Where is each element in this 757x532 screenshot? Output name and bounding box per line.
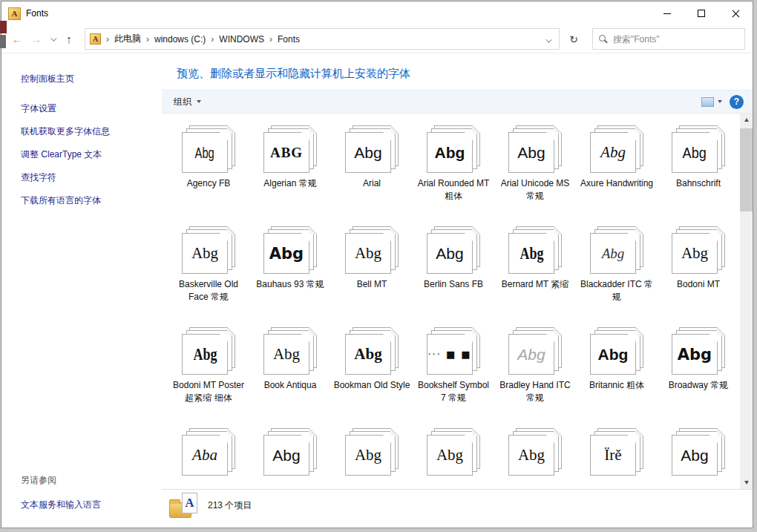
font-file-icon: Abg: [345, 327, 399, 375]
font-item[interactable]: Abg Bodoni MT Poster 超紧缩 细体: [168, 327, 249, 406]
font-file-icon: Abg: [263, 428, 317, 476]
page-fold-icon: [717, 226, 725, 234]
minimize-button[interactable]: [650, 1, 684, 25]
font-item[interactable]: Abg Axure Handwriting: [576, 125, 658, 204]
font-item[interactable]: Abg: [331, 428, 413, 489]
main-panel: 预览、删除或者显示和隐藏计算机上安装的字体 组织 ?: [162, 53, 753, 528]
breadcrumb-drive-c[interactable]: windows (C:): [154, 34, 206, 45]
back-button[interactable]: ←: [7, 29, 27, 50]
window-content: 控制面板主页 字体设置 联机获取更多字体信息 调整 ClearType 文本 查…: [1, 53, 753, 528]
breadcrumb-separator[interactable]: ›: [264, 34, 278, 45]
page-front: Abg: [263, 233, 309, 274]
search-input[interactable]: [613, 34, 738, 45]
font-file-icon: Ïrě: [590, 428, 643, 476]
sidebar-item-control-panel-home[interactable]: 控制面板主页: [21, 73, 162, 85]
font-item[interactable]: Abg Arial: [331, 125, 413, 204]
font-item[interactable]: Abg Bodoni MT: [658, 226, 739, 305]
font-item[interactable]: Abg Bahnschrift: [658, 125, 739, 204]
breadcrumb-separator[interactable]: ›: [141, 34, 154, 45]
font-item[interactable]: Ïrě: [576, 428, 658, 489]
sidebar-item-find-character[interactable]: 查找字符: [21, 171, 162, 184]
page-fold-icon: [309, 226, 317, 234]
breadcrumb-windows[interactable]: WINDOWS: [219, 34, 264, 45]
font-file-icon: Abg: [672, 226, 725, 274]
font-item[interactable]: Abg Arial Unicode MS 常规: [494, 125, 576, 204]
search-box[interactable]: [592, 28, 745, 50]
scroll-up-button[interactable]: [740, 114, 753, 126]
page-fold-icon: [227, 428, 235, 436]
font-file-icon: Abg: [590, 125, 643, 173]
font-file-icon: Abg: [427, 226, 480, 274]
breadcrumb-separator[interactable]: ›: [101, 34, 114, 45]
font-name-label: Bernard MT 紧缩: [502, 278, 568, 305]
recent-locations-dropdown[interactable]: [46, 29, 59, 50]
scrollbar-thumb[interactable]: [740, 128, 753, 211]
font-preview-text: Abg: [518, 446, 545, 464]
scroll-down-button[interactable]: [740, 476, 753, 489]
font-item[interactable]: Abg: [413, 428, 494, 489]
page-front: Abg: [427, 132, 473, 173]
font-item[interactable]: Abg Bradley Hand ITC 常规: [494, 327, 576, 406]
page-front: Abg: [590, 132, 636, 173]
font-item[interactable]: Abg: [249, 428, 331, 489]
sidebar-item-download-all-languages[interactable]: 下载所有语言的字体: [21, 194, 162, 207]
font-item[interactable]: Abg: [494, 428, 576, 489]
font-file-icon: Abg: [672, 125, 725, 173]
font-item[interactable]: Abg Bauhaus 93 常规: [249, 226, 331, 305]
page-front: Abg: [672, 132, 718, 173]
page-fold-icon: [635, 226, 643, 234]
sidebar-item-font-settings[interactable]: 字体设置: [21, 102, 162, 115]
page-front: Abg: [508, 132, 554, 173]
font-item[interactable]: Abg Bell MT: [331, 226, 413, 305]
page-fold-icon: [309, 125, 317, 134]
address-history-dropdown[interactable]: [540, 33, 556, 46]
font-name-label: Bell MT: [357, 278, 387, 305]
sidebar-item-adjust-cleartype[interactable]: 调整 ClearType 文本: [21, 148, 162, 161]
font-item[interactable]: Abg Bookman Old Style: [331, 327, 413, 406]
font-item[interactable]: Abg Blackadder ITC 常规: [576, 226, 658, 305]
font-item[interactable]: Abg: [658, 428, 739, 489]
help-button[interactable]: ?: [730, 95, 744, 109]
font-item[interactable]: Abg Bernard MT 紧缩: [494, 226, 576, 305]
forward-button[interactable]: →: [27, 29, 46, 50]
font-item[interactable]: Abg Book Antiqua: [249, 327, 331, 406]
font-item[interactable]: Abg Berlin Sans FB: [413, 226, 494, 305]
page-front: Abg: [672, 435, 718, 476]
sidebar-item-text-services[interactable]: 文本服务和输入语言: [21, 499, 101, 511]
page-fold-icon: [390, 226, 399, 234]
font-item[interactable]: ··· ■ ■ Bookshelf Symbol 7 常规: [413, 327, 494, 406]
breadcrumb-fonts[interactable]: Fonts: [278, 34, 300, 45]
font-item[interactable]: ABG Algerian 常规: [249, 125, 331, 204]
font-preview-text: Abg: [195, 144, 214, 162]
font-preview-text: Abg: [191, 244, 218, 263]
status-bar: A 213 个项目: [162, 489, 753, 528]
close-button[interactable]: [718, 1, 753, 25]
font-file-icon: Abg: [508, 327, 562, 375]
sidebar-item-get-more-fonts-online[interactable]: 联机获取更多字体信息: [21, 125, 162, 138]
font-name-label: Baskerville Old Face 常规: [169, 278, 248, 305]
font-name-label: Berlin Sans FB: [424, 278, 483, 305]
vertical-scrollbar[interactable]: [740, 114, 753, 489]
font-item[interactable]: Abg Britannic 粗体: [576, 327, 658, 406]
font-item[interactable]: Abg Agency FB: [168, 125, 249, 204]
address-bar[interactable]: A › 此电脑 › windows (C:) › WINDOWS › Fonts: [85, 28, 560, 50]
font-item[interactable]: Abg Arial Rounded MT 粗体: [413, 125, 494, 204]
font-item[interactable]: Aba: [168, 428, 249, 489]
dropdown-arrow-icon: [197, 100, 201, 103]
breadcrumb-this-pc[interactable]: 此电脑: [114, 33, 141, 45]
font-preview-text: Abg: [681, 244, 708, 263]
font-item[interactable]: Abg Broadway 常规: [658, 327, 739, 406]
change-view-button[interactable]: [701, 97, 722, 107]
maximize-button[interactable]: [684, 1, 718, 25]
page-front: Abg: [345, 435, 391, 476]
up-button[interactable]: ↑: [59, 29, 79, 50]
font-name-label: Bahnschrift: [676, 177, 721, 204]
refresh-button[interactable]: ↻: [563, 28, 585, 50]
font-name-label: Book Antiqua: [264, 379, 317, 406]
font-preview-text: Aba: [192, 446, 217, 464]
font-item[interactable]: Abg Baskerville Old Face 常规: [168, 226, 249, 305]
breadcrumb-separator[interactable]: ›: [206, 34, 219, 45]
minimize-icon: [663, 13, 671, 14]
organize-button[interactable]: 组织: [174, 96, 201, 108]
maximize-icon: [698, 10, 705, 17]
